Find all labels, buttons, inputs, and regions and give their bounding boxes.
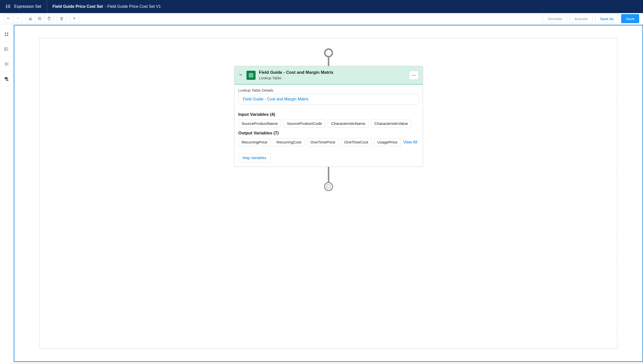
page-title-main: Field Guide Price Cost Set: [53, 4, 103, 9]
expression-set-icon: [6, 4, 11, 9]
svg-point-10: [5, 35, 6, 36]
svg-point-3: [29, 19, 30, 20]
svg-rect-1: [6, 6, 7, 7]
app-brand: Expression Set: [0, 0, 47, 13]
list-tab[interactable]: [0, 42, 13, 57]
cut-button[interactable]: [26, 14, 35, 23]
input-vars-title: Input Variables (4): [238, 112, 419, 117]
card-titles: Field Guide - Cost and Margin Matrix Loo…: [259, 70, 406, 81]
redo-button[interactable]: [13, 14, 22, 23]
variable-chip[interactable]: SourceProductCode: [283, 120, 325, 128]
save-button[interactable]: Save: [621, 14, 639, 23]
lookup-table-card[interactable]: Field Guide - Cost and Margin Matrix Loo…: [234, 66, 423, 167]
output-vars-title: Output Variables (7): [238, 131, 419, 136]
input-vars-row: SourceProductNameSourceProductCodeCharac…: [238, 120, 419, 128]
save-as-button[interactable]: Save As: [595, 14, 619, 23]
svg-point-13: [5, 49, 6, 50]
flow-connector: [328, 167, 329, 182]
variable-chip[interactable]: CharacteristicName: [328, 120, 369, 128]
svg-point-15: [6, 63, 7, 65]
collapse-button[interactable]: [70, 14, 79, 23]
delete-button[interactable]: [57, 14, 66, 23]
map-variables-button[interactable]: Map Variables: [238, 153, 271, 162]
activate-button[interactable]: Activate: [569, 14, 592, 23]
page-title-sub: - Field Guide Price Cost Set V1: [105, 4, 161, 9]
svg-point-12: [5, 48, 6, 48]
end-node[interactable]: [324, 182, 333, 191]
view-all-link[interactable]: View All: [403, 140, 417, 144]
svg-point-11: [7, 35, 8, 36]
delete-group: [57, 14, 66, 23]
card-body: Lookup Table Details Field Guide - Cost …: [234, 85, 423, 167]
svg-rect-2: [6, 7, 7, 8]
svg-point-20: [413, 75, 414, 76]
flow-column: Field Guide - Cost and Margin Matrix Loo…: [40, 38, 617, 191]
variable-chip[interactable]: SourceProductName: [238, 120, 281, 128]
card-more-button[interactable]: [409, 71, 419, 80]
svg-rect-17: [6, 80, 9, 81]
paste-button[interactable]: [45, 14, 54, 23]
variable-chip[interactable]: OneTimePrice: [307, 138, 338, 146]
output-vars-row: RecurringPriceRecurringCostOneTimePriceO…: [238, 138, 419, 146]
svg-point-14: [5, 50, 6, 51]
svg-point-19: [412, 75, 413, 76]
card-header: Field Guide - Cost and Margin Matrix Loo…: [234, 66, 423, 85]
lookup-details-link[interactable]: Field Guide - Cost and Margin Matrix: [241, 96, 310, 102]
resources-tab[interactable]: [0, 71, 13, 86]
undo-button[interactable]: [4, 14, 13, 23]
misc-group: [69, 14, 79, 23]
svg-rect-16: [5, 77, 8, 79]
flow-connector: [328, 57, 329, 66]
variable-chip[interactable]: OneTimeCost: [341, 138, 372, 146]
card-title: Field Guide - Cost and Margin Matrix: [259, 70, 406, 76]
variable-chip[interactable]: UsagePrice: [374, 138, 401, 146]
svg-point-21: [415, 75, 415, 76]
canvas-viewport[interactable]: Field Guide - Cost and Margin Matrix Loo…: [14, 25, 643, 362]
svg-point-8: [5, 32, 6, 34]
lookup-details-label: Lookup Table Details: [238, 88, 419, 92]
page-title: Field Guide Price Cost Set - Field Guide…: [47, 0, 166, 13]
app-label: Expression Set: [14, 4, 41, 9]
canvas-surface[interactable]: Field Guide - Cost and Margin Matrix Loo…: [40, 38, 617, 349]
variable-chip[interactable]: CharacteristicValue: [371, 120, 411, 128]
svg-rect-5: [39, 18, 41, 20]
lookup-details-field[interactable]: Field Guide - Cost and Margin Matrix: [238, 94, 419, 104]
variable-chip[interactable]: RecurringCost: [273, 138, 305, 146]
simulate-button[interactable]: Simulate: [543, 14, 567, 23]
elements-tab[interactable]: [0, 27, 13, 42]
svg-rect-18: [249, 73, 253, 77]
start-node[interactable]: [324, 48, 333, 57]
settings-tab[interactable]: [0, 57, 13, 71]
left-rail: [0, 24, 13, 364]
svg-point-4: [31, 19, 32, 20]
toolbar: Simulate Activate Save As Save: [0, 13, 643, 24]
lookup-table-icon: [246, 71, 256, 80]
svg-point-9: [7, 32, 8, 34]
card-subtitle: Lookup Table: [259, 76, 406, 81]
collapse-chevron-icon[interactable]: [238, 72, 243, 78]
svg-rect-0: [6, 5, 7, 6]
app-header: Expression Set Field Guide Price Cost Se…: [0, 0, 643, 13]
variable-chip[interactable]: RecurringPrice: [238, 138, 271, 146]
copy-button[interactable]: [35, 14, 45, 23]
history-group: [4, 14, 23, 23]
clipboard-group: [26, 14, 54, 23]
